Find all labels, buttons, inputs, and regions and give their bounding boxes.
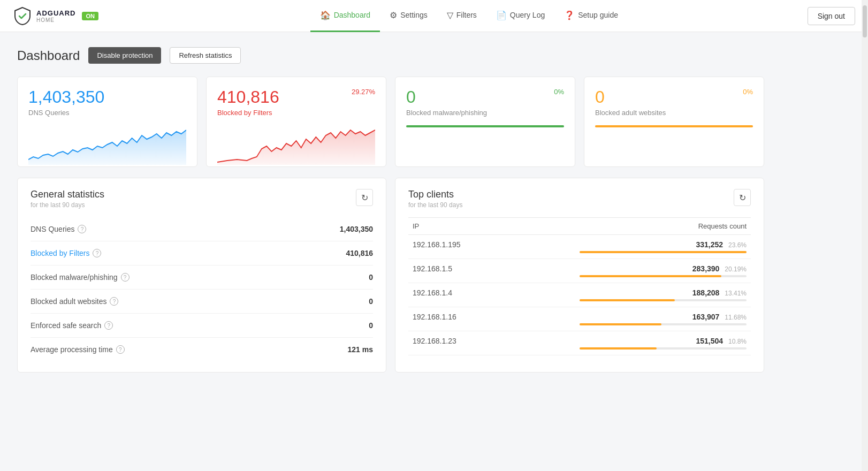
client-count-area-4: 151,504 10.8%	[580, 337, 747, 350]
general-stat-row-malware: Blocked malware/phishing ? 0	[31, 265, 373, 289]
general-stat-blocked-label: Blocked by Filters ?	[31, 249, 101, 257]
client-pct-2: 13.41%	[725, 290, 747, 297]
client-row-2: 192.168.1.4 188,208 13.41%	[408, 283, 751, 307]
page-scrollbar[interactable]	[862, 0, 868, 388]
nav-settings[interactable]: ⚙ Settings	[380, 0, 437, 32]
main-content: Dashboard Disable protection Refresh sta…	[0, 32, 781, 388]
top-clients-subtitle: for the last 90 days	[408, 201, 462, 209]
client-bar-bg-4	[580, 347, 747, 350]
general-stat-avgtime-value: 121 ms	[348, 345, 373, 354]
client-ip-1: 192.168.1.5	[413, 264, 580, 273]
home-icon: 🏠	[320, 10, 331, 20]
filter-icon: ▽	[447, 10, 453, 20]
client-count-area-1: 283,390 20.19%	[580, 264, 747, 277]
client-ip-3: 192.168.1.16	[413, 313, 580, 321]
general-stats-table: DNS Queries ? 1,403,350 Blocked by Filte…	[31, 217, 373, 361]
general-stat-row-adult: Blocked adult websites ? 0	[31, 289, 373, 313]
client-count-1: 283,390	[692, 264, 720, 273]
client-pct-4: 10.8%	[728, 338, 747, 345]
general-stat-row-blocked: Blocked by Filters ? 410,816	[31, 241, 373, 265]
client-pct-3: 11.68%	[725, 314, 747, 321]
dns-queries-label: DNS Queries	[28, 109, 186, 117]
general-stats-refresh-button[interactable]: ↻	[356, 189, 373, 206]
malware-help-icon[interactable]: ?	[121, 273, 130, 282]
page-title: Dashboard	[17, 48, 80, 63]
top-clients-list: 192.168.1.195 331,252 23.6% 192.168.1.5 …	[408, 235, 751, 355]
disable-protection-button[interactable]: Disable protection	[88, 47, 161, 64]
blocked-filters-number: 410,816	[217, 87, 279, 107]
nav-filters[interactable]: ▽ Filters	[437, 0, 486, 32]
nav-dashboard[interactable]: 🏠 Dashboard	[310, 0, 380, 32]
blocked-malware-percent: 0%	[554, 88, 564, 96]
general-stat-row-dns: DNS Queries ? 1,403,350	[31, 217, 373, 241]
top-clients-header: Top clients for the last 90 days ↻	[408, 189, 751, 209]
client-ip-4: 192.168.1.23	[413, 337, 580, 345]
general-stats-subtitle: for the last 90 days	[31, 201, 104, 209]
general-stats-panel: General statistics for the last 90 days …	[17, 178, 386, 373]
header: ADGUARD HOME ON 🏠 Dashboard ⚙ Settings ▽…	[0, 0, 868, 32]
stat-card-dns-queries: 1,403,350 DNS Queries	[17, 77, 197, 167]
client-row-3: 192.168.1.16 163,907 11.68%	[408, 307, 751, 331]
blocked-malware-label: Blocked malware/phishing	[406, 109, 564, 117]
client-count-area-2: 188,208 13.41%	[580, 288, 747, 301]
avgtime-help-icon[interactable]: ?	[116, 345, 125, 354]
general-stats-title: General statistics	[31, 189, 104, 200]
top-clients-title: Top clients	[408, 189, 462, 200]
logo-sub: HOME	[36, 17, 75, 23]
general-stat-safesearch-label: Enforced safe search ?	[31, 321, 113, 330]
general-stat-safesearch-value: 0	[369, 321, 373, 330]
nav-querylog[interactable]: 📄 Query Log	[486, 0, 554, 32]
blocked-adult-percent: 0%	[743, 88, 753, 96]
adguard-logo-icon	[13, 6, 32, 26]
general-stats-header: General statistics for the last 90 days …	[31, 189, 373, 209]
logo-area: ADGUARD HOME ON	[13, 6, 98, 26]
refresh-statistics-button[interactable]: Refresh statistics	[170, 47, 241, 64]
client-bar-bg-2	[580, 299, 747, 301]
scrollbar-thumb[interactable]	[863, 5, 867, 37]
general-stat-row-safesearch: Enforced safe search ? 0	[31, 313, 373, 337]
stats-cards-row: 1,403,350 DNS Queries 29.27% 410,816 Blo…	[17, 77, 764, 167]
client-pct-0: 23.6%	[728, 241, 747, 249]
general-stat-dns-value: 1,403,350	[340, 225, 373, 233]
sign-out-button[interactable]: Sign out	[808, 7, 855, 25]
blocked-help-icon[interactable]: ?	[93, 249, 101, 257]
blocked-adult-number: 0	[595, 87, 605, 107]
client-bar-3	[580, 323, 661, 325]
general-stat-avgtime-label: Average processing time ?	[31, 345, 125, 354]
bottom-row: General statistics for the last 90 days …	[17, 178, 764, 373]
logo-text: ADGUARD HOME	[36, 9, 75, 23]
dns-help-icon[interactable]: ?	[78, 225, 86, 233]
client-count-2: 188,208	[692, 288, 720, 297]
blocked-malware-number: 0	[406, 87, 416, 107]
client-count-0: 331,252	[696, 240, 723, 249]
safesearch-help-icon[interactable]: ?	[104, 321, 113, 330]
gear-icon: ⚙	[390, 10, 397, 20]
general-stat-malware-label: Blocked malware/phishing ?	[31, 273, 130, 282]
blocked-adult-progress-bar	[595, 125, 753, 127]
dashboard-header: Dashboard Disable protection Refresh sta…	[17, 47, 764, 64]
col-count-header: Requests count	[580, 222, 747, 230]
client-row-4: 192.168.1.23 151,504 10.8%	[408, 331, 751, 355]
client-count-area-0: 331,252 23.6%	[580, 240, 747, 253]
main-nav: 🏠 Dashboard ⚙ Settings ▽ Filters 📄 Query…	[131, 0, 808, 32]
nav-setup[interactable]: ❓ Setup guide	[554, 0, 628, 32]
general-stat-blocked-value: 410,816	[346, 249, 373, 257]
blocked-adult-progress	[595, 125, 753, 127]
blocked-filters-chart	[217, 127, 375, 165]
top-clients-title-area: Top clients for the last 90 days	[408, 189, 462, 209]
general-stat-adult-value: 0	[369, 297, 373, 306]
on-badge: ON	[82, 12, 98, 20]
client-bar-4	[580, 347, 657, 350]
client-bar-1	[580, 275, 721, 277]
client-count-area-3: 163,907 11.68%	[580, 313, 747, 325]
general-stat-row-avgtime: Average processing time ? 121 ms	[31, 337, 373, 361]
question-icon: ❓	[564, 10, 575, 20]
adult-help-icon[interactable]: ?	[110, 297, 118, 306]
top-clients-panel: Top clients for the last 90 days ↻ IP Re…	[395, 178, 764, 373]
blocked-filters-percent: 29.27%	[352, 88, 375, 96]
top-clients-refresh-button[interactable]: ↻	[734, 189, 751, 206]
logo-name: ADGUARD	[36, 9, 75, 17]
dns-queries-chart	[28, 127, 186, 165]
client-bar-0	[580, 251, 747, 253]
client-count-4: 151,504	[696, 337, 723, 345]
